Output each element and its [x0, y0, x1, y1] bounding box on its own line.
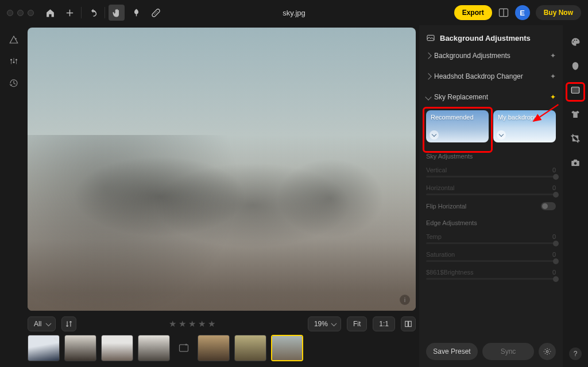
save-preset-button[interactable]: Save Preset: [426, 343, 478, 360]
shirt-icon[interactable]: [567, 106, 584, 123]
svg-point-1: [155, 12, 156, 13]
sort-icon[interactable]: [61, 316, 76, 331]
star-icon[interactable]: ★: [169, 319, 176, 329]
bandage-tool-icon[interactable]: [148, 5, 164, 21]
thumbnail-selected[interactable]: [271, 335, 303, 361]
toggle-switch[interactable]: [541, 202, 556, 210]
titlebar: sky.jpg Export E Buy Now: [0, 0, 588, 25]
triangle-tool-icon[interactable]: [4, 30, 24, 49]
star-icon[interactable]: ★: [188, 319, 196, 329]
svg-point-7: [16, 59, 17, 61]
layout-toggle-icon[interactable]: [401, 316, 416, 331]
svg-point-4: [16, 38, 17, 39]
accordion-label: Headshot Backdrop Changer: [434, 72, 523, 80]
thumbnail[interactable]: [138, 335, 170, 361]
star-icon[interactable]: ★: [208, 319, 215, 329]
fit-button[interactable]: Fit: [347, 316, 367, 331]
panel-title: Background Adjustments: [426, 33, 556, 43]
zoom-dot[interactable]: [28, 10, 34, 16]
chevron-right-icon: [425, 52, 431, 59]
svg-point-15: [576, 40, 577, 41]
info-icon[interactable]: i: [400, 295, 410, 305]
adjust-tool-icon[interactable]: [4, 52, 24, 71]
svg-point-5: [10, 59, 12, 61]
home-icon[interactable]: [42, 5, 58, 21]
wand-icon: ✦: [550, 52, 556, 60]
svg-point-2: [156, 11, 157, 11]
slider-vertical[interactable]: Vertical0: [426, 167, 556, 177]
wand-icon: ✦: [550, 93, 556, 101]
add-icon[interactable]: [61, 5, 78, 21]
slider-saturation[interactable]: Saturation0: [426, 251, 556, 262]
user-avatar[interactable]: E: [515, 5, 530, 20]
svg-point-14: [574, 40, 575, 41]
star-icon[interactable]: ★: [179, 319, 186, 329]
svg-point-12: [546, 350, 548, 353]
window-controls[interactable]: [7, 10, 34, 16]
card-recommended[interactable]: Recommended: [426, 110, 489, 142]
compare-icon[interactable]: [498, 7, 509, 18]
card-label: My backdrops: [498, 114, 552, 121]
thumbnail[interactable]: [101, 335, 133, 361]
chevron-right-icon: [425, 73, 431, 79]
thumbnail[interactable]: [64, 335, 96, 361]
canvas-column: i All ★ ★ ★ ★ ★ 19% Fit 1:1: [28, 25, 419, 367]
palette-icon[interactable]: [567, 33, 584, 51]
minimize-dot[interactable]: [17, 10, 24, 16]
slider-temp[interactable]: Temp0: [426, 233, 556, 244]
panel-title-text: Background Adjustments: [440, 34, 531, 43]
accordion-label: Sky Replacement: [434, 93, 488, 101]
ratio-button[interactable]: 1:1: [373, 316, 395, 331]
accordion-sky-replacement[interactable]: Sky Replacement ✦: [426, 90, 556, 105]
accordion-bg-adjust[interactable]: Background Adjustments ✦: [426, 48, 556, 63]
background-icon[interactable]: [567, 82, 584, 99]
filter-select[interactable]: All: [28, 316, 56, 331]
filter-bar: All ★ ★ ★ ★ ★ 19% Fit 1:1: [28, 314, 419, 335]
dropdown-icon[interactable]: [497, 130, 506, 140]
export-button[interactable]: Export: [454, 5, 492, 20]
tree-tool-icon[interactable]: [128, 5, 144, 21]
svg-point-0: [154, 13, 154, 14]
wand-icon: ✦: [550, 72, 556, 80]
right-tool-rail: ?: [563, 25, 588, 367]
file-name: sky.jpg: [283, 9, 305, 17]
svg-point-17: [574, 162, 577, 165]
sync-button[interactable]: Sync: [482, 343, 534, 360]
crop-icon[interactable]: [567, 130, 584, 147]
settings-small-icon[interactable]: [539, 343, 556, 360]
camera-icon[interactable]: [567, 154, 584, 171]
svg-rect-9: [409, 321, 412, 326]
hand-tool-icon[interactable]: [109, 5, 125, 21]
undo-icon[interactable]: [85, 5, 101, 21]
buy-now-button[interactable]: Buy Now: [536, 5, 581, 20]
filmstrip: [28, 335, 419, 367]
svg-point-13: [572, 41, 574, 43]
close-dot[interactable]: [7, 10, 13, 16]
rating-stars[interactable]: ★ ★ ★ ★ ★: [169, 319, 215, 329]
thumbnail[interactable]: [198, 335, 230, 361]
section-edge-adjustments: Edge Adjustments: [426, 219, 556, 226]
card-my-backdrops[interactable]: My backdrops: [493, 110, 556, 142]
face-icon[interactable]: [567, 57, 584, 75]
section-sky-adjustments: Sky Adjustments: [426, 153, 556, 160]
star-icon[interactable]: ★: [198, 319, 206, 329]
card-label: Recommended: [431, 114, 485, 121]
svg-rect-10: [180, 345, 188, 351]
left-tool-rail: [0, 25, 28, 367]
slider-horizontal[interactable]: Horizontal0: [426, 184, 556, 195]
image-canvas[interactable]: i: [28, 28, 416, 311]
history-tool-icon[interactable]: [4, 74, 24, 93]
accordion-headshot[interactable]: Headshot Backdrop Changer ✦: [426, 69, 556, 84]
dropdown-icon[interactable]: [430, 130, 439, 140]
slider-brightness[interactable]: $861$Brightness0: [426, 269, 556, 280]
toggle-flip-horizontal[interactable]: Flip Horizontal: [426, 202, 556, 210]
svg-rect-8: [405, 321, 408, 326]
chevron-down-icon: [425, 94, 431, 100]
thumbnail[interactable]: [234, 335, 266, 361]
adjustments-panel: Background Adjustments Background Adjust…: [419, 25, 563, 367]
help-icon[interactable]: ?: [569, 347, 582, 360]
accordion-label: Background Adjustments: [434, 52, 510, 60]
zoom-select[interactable]: 19%: [308, 316, 341, 331]
thumbnail[interactable]: [28, 335, 60, 361]
add-image-icon[interactable]: [175, 335, 193, 361]
